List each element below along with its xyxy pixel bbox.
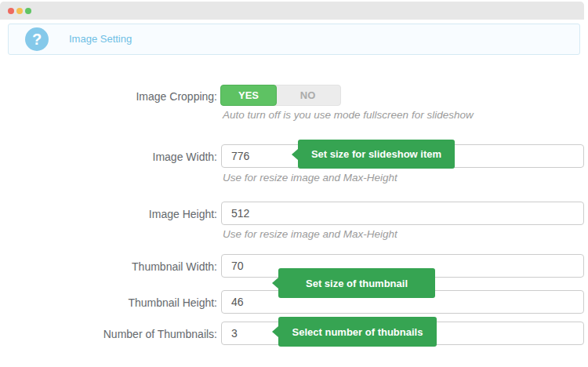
image-cropping-toggle: YES NO (220, 85, 341, 106)
cropping-no-button[interactable]: NO (274, 85, 341, 106)
image-width-label: Image Width: (0, 150, 217, 164)
window-maximize-button[interactable] (25, 8, 31, 14)
question-mark-icon: ? (25, 27, 49, 51)
thumbnail-width-label: Thumbnail Width: (0, 260, 217, 274)
thumbnail-height-label: Thumbnail Height: (0, 296, 217, 310)
image-width-tooltip: Set size for slideshow item (298, 140, 455, 169)
tooltip-arrow-left-icon (292, 149, 298, 160)
tooltip-text: Select number of thubnails (292, 326, 423, 338)
page-title: Image Setting (69, 24, 132, 54)
cropping-help-text: Auto turn off is you use mode fullscreen… (223, 109, 474, 121)
image-height-label: Image Height: (0, 207, 217, 221)
tooltip-arrow-left-icon (272, 278, 278, 289)
thumbnail-count-tooltip: Select number of thubnails (278, 317, 437, 347)
window-minimize-button[interactable] (16, 8, 23, 14)
window-titlebar (0, 2, 584, 20)
tooltip-arrow-left-icon (272, 326, 278, 337)
number-of-thumbnails-label: Number of Thumbnails: (0, 327, 217, 341)
image-width-help-text: Use for resize image and Max-Height (223, 172, 397, 184)
image-height-input[interactable] (221, 202, 584, 225)
tooltip-text: Set size for slideshow item (311, 148, 441, 160)
image-height-help-text: Use for resize image and Max-Height (223, 228, 397, 240)
cropping-yes-button[interactable]: YES (220, 85, 277, 106)
window-close-button[interactable] (8, 8, 14, 14)
section-header: ? Image Setting (8, 24, 580, 55)
thumbnail-size-tooltip: Set size of thumbnail (278, 268, 435, 298)
image-cropping-label: Image Cropping: (0, 89, 217, 104)
tooltip-text: Set size of thumbnail (306, 278, 408, 289)
